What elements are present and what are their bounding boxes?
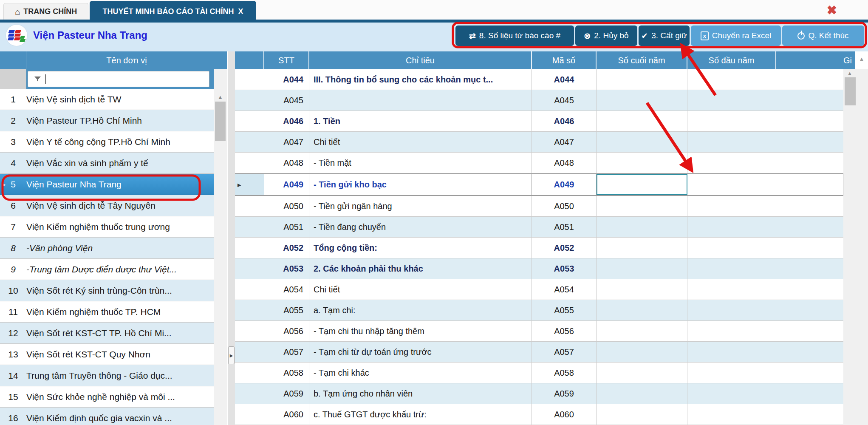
so-cuoi-nam-cell[interactable] [597, 153, 687, 173]
ghi-chu-cell[interactable] [776, 90, 843, 110]
table-row[interactable]: A054Chi tiếtA054 [235, 279, 843, 300]
unit-row[interactable]: 4Viện Vắc xin và sinh phẩm y tế [0, 153, 214, 174]
ghi-chu-cell[interactable] [776, 300, 843, 320]
so-dau-nam-cell[interactable] [687, 258, 776, 279]
so-cuoi-nam-edit-cell[interactable] [597, 174, 687, 195]
unit-row[interactable]: 8-Văn phòng Viện [0, 238, 214, 259]
unit-row[interactable]: 6Viện Vệ sinh dịch tễ Tây Nguyên [0, 195, 214, 216]
table-row[interactable]: A057- Tạm chi từ dự toán ứng trướcA057 [235, 342, 843, 363]
ghi-chu-cell[interactable] [776, 404, 843, 425]
so-dau-nam-cell[interactable] [687, 153, 776, 173]
ghi-chu-cell[interactable] [776, 217, 843, 237]
finish-button[interactable]: Q. Kết thúc [782, 26, 864, 46]
unit-row[interactable]: 9-Trung tâm Dược điển dược thư Việt... [0, 259, 214, 280]
so-dau-nam-cell[interactable] [687, 363, 776, 383]
so-cuoi-nam-cell[interactable] [597, 300, 687, 320]
so-cuoi-nam-cell[interactable] [597, 238, 687, 258]
so-cuoi-nam-cell[interactable] [597, 132, 687, 152]
so-dau-nam-cell[interactable] [687, 174, 776, 195]
table-row[interactable]: A058- Tạm chi khácA058 [235, 363, 843, 383]
unit-row[interactable]: 1Viện Vệ sinh dịch tễ TW [0, 89, 214, 110]
table-row[interactable]: A0461. TiềnA046 [235, 111, 843, 132]
save-button[interactable]: ✔3. Cất giữ [639, 26, 690, 46]
data-from-report-button[interactable]: ⇄8. Số liệu từ báo cáo # [455, 26, 574, 46]
unit-list-scrollbar[interactable]: ▲ [214, 69, 227, 425]
ghi-chu-cell[interactable] [776, 132, 843, 152]
table-row[interactable]: A047Chi tiếtA047 [235, 132, 843, 153]
ghi-chu-cell[interactable] [776, 238, 843, 258]
cancel-button[interactable]: ⊗2. Hủy bỏ [575, 26, 637, 46]
table-row[interactable]: A0532. Các khoản phải thu khácA053 [235, 258, 843, 279]
so-dau-nam-cell[interactable] [687, 90, 776, 110]
so-cuoi-nam-cell[interactable] [597, 111, 687, 131]
so-dau-nam-cell[interactable] [687, 111, 776, 131]
so-dau-nam-cell[interactable] [687, 321, 776, 341]
ghi-chu-cell[interactable] [776, 342, 843, 362]
table-row[interactable]: A044III. Thông tin bổ sung cho các khoản… [235, 69, 843, 90]
panel-splitter[interactable]: ▶ [228, 51, 235, 425]
ghi-chu-cell[interactable] [776, 321, 843, 341]
unit-row[interactable]: 11Viện Kiểm nghiệm thuốc TP. HCM [0, 301, 214, 323]
table-row[interactable]: A056- Tạm chi thu nhập tăng thêmA056 [235, 321, 843, 342]
unit-row[interactable]: 15Viện Sức khỏe nghề nghiệp và môi ... [0, 386, 214, 408]
report-grid-scrollbar[interactable]: ▲ [843, 69, 868, 425]
table-row[interactable]: A048- Tiền mặtA048 [235, 153, 843, 173]
table-row[interactable]: A051- Tiền đang chuyểnA051 [235, 217, 843, 238]
so-cuoi-nam-cell[interactable] [597, 196, 687, 216]
so-cuoi-nam-cell[interactable] [597, 404, 687, 425]
unit-row[interactable]: 7Viện Kiểm nghiệm thuốc trung ương [0, 216, 214, 238]
so-cuoi-nam-cell[interactable] [597, 279, 687, 300]
so-dau-nam-cell[interactable] [687, 196, 776, 216]
so-cuoi-nam-cell[interactable] [597, 217, 687, 237]
so-cuoi-nam-cell[interactable] [597, 90, 687, 110]
unit-row[interactable]: 2Viện Pasteur TP.Hồ Chí Minh [0, 110, 214, 131]
table-row[interactable]: A050- Tiền gửi ngân hàngA050 [235, 196, 843, 217]
so-cuoi-nam-cell[interactable] [597, 383, 687, 404]
ghi-chu-cell[interactable] [776, 69, 843, 90]
table-row[interactable]: A055a. Tạm chi:A055 [235, 300, 843, 321]
scrollbar-thumb[interactable] [845, 77, 856, 105]
ghi-chu-cell[interactable] [776, 279, 843, 300]
scrollbar-thumb[interactable] [215, 102, 226, 141]
ghi-chu-cell[interactable] [776, 111, 843, 131]
ghi-chu-cell[interactable] [776, 174, 843, 195]
tab-close-icon[interactable]: X [238, 7, 243, 16]
unit-row[interactable]: 10Viện Sốt rét Ký sinh trùng-Côn trùn... [0, 280, 214, 301]
tab-trang-chinh[interactable]: ⌂ TRANG CHÍNH [3, 3, 88, 20]
unit-row[interactable]: 13Viện Sốt rét KST-CT Quy Nhơn [0, 344, 214, 365]
ghi-chu-cell[interactable] [776, 153, 843, 173]
so-dau-nam-cell[interactable] [687, 238, 776, 258]
ghi-chu-cell[interactable] [776, 258, 843, 279]
tab-thuyet-minh[interactable]: THUYẾT MINH BÁO CÁO TÀI CHÍNH X [90, 1, 256, 23]
so-cuoi-nam-cell[interactable] [597, 363, 687, 383]
unit-row[interactable]: ▶5Viện Pasteur Nha Trang [0, 174, 214, 195]
so-dau-nam-cell[interactable] [687, 132, 776, 152]
table-row[interactable]: A059b. Tạm ứng cho nhân viênA059 [235, 383, 843, 404]
ghi-chu-cell[interactable] [776, 196, 843, 216]
so-dau-nam-cell[interactable] [687, 217, 776, 237]
ghi-chu-cell[interactable] [776, 363, 843, 383]
so-cuoi-nam-cell[interactable] [597, 69, 687, 90]
unit-row[interactable]: 12Viện Sốt rét KST-CT TP. Hồ Chí Mi... [0, 323, 214, 344]
so-cuoi-nam-cell[interactable] [597, 258, 687, 279]
ghi-chu-cell[interactable] [776, 383, 843, 404]
so-dau-nam-cell[interactable] [687, 404, 776, 425]
so-dau-nam-cell[interactable] [687, 279, 776, 300]
window-close-icon[interactable]: ✖ [823, 3, 840, 18]
unit-row[interactable]: 14Trung tâm Truyền thông - Giáo dục... [0, 365, 214, 386]
so-dau-nam-cell[interactable] [687, 69, 776, 90]
so-dau-nam-cell[interactable] [687, 342, 776, 362]
scroll-up-icon[interactable]: ▲ [843, 70, 856, 76]
table-row[interactable]: A060c. Thuế GTGT được khấu trừ:A060 [235, 404, 843, 425]
table-row[interactable]: A045A045 [235, 90, 843, 111]
so-dau-nam-cell[interactable] [687, 383, 776, 404]
scroll-up-icon[interactable]: ▲ [214, 94, 227, 100]
unit-filter-input[interactable] [28, 71, 209, 87]
table-row[interactable]: A052Tổng cộng tiền:A052 [235, 238, 843, 258]
so-dau-nam-cell[interactable] [687, 300, 776, 320]
table-row[interactable]: ▶A049- Tiền gửi kho bạcA049 [235, 173, 843, 196]
unit-row[interactable]: 3Viện Y tế công cộng TP.Hồ Chí Minh [0, 131, 214, 153]
so-cuoi-nam-cell[interactable] [597, 321, 687, 341]
splitter-handle-icon[interactable]: ▶ [228, 346, 235, 364]
unit-row[interactable]: 16Viện Kiểm định quốc gia vacxin và ... [0, 408, 214, 425]
